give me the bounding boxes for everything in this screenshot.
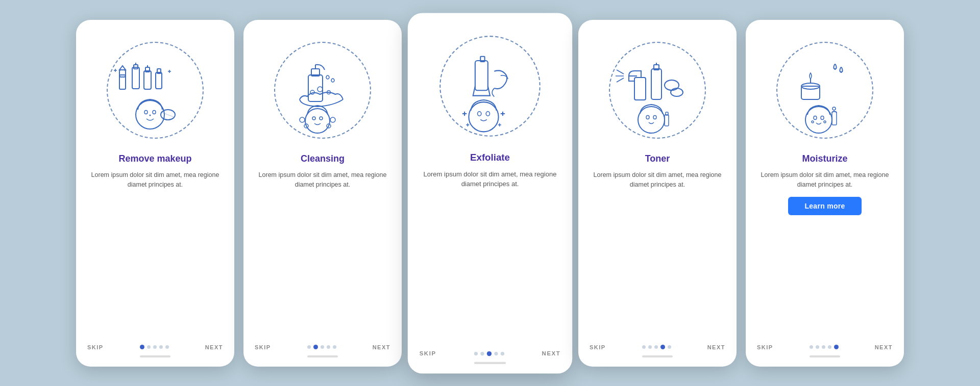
dot-2 — [648, 345, 652, 349]
illustration-cleansing — [266, 34, 379, 146]
screen-2-bottom-nav: SKIP NEXT — [255, 341, 390, 350]
dot-3 — [321, 345, 324, 349]
screen-2-skip[interactable]: SKIP — [255, 344, 271, 350]
screen-1-desc: Lorem ipsum dolor sit dim amet, mea regi… — [87, 170, 223, 190]
screen-remove-makeup: Remove makeup Lorem ipsum dolor sit dim … — [76, 20, 234, 367]
dot-3 — [822, 345, 825, 349]
dot-3 — [654, 345, 658, 349]
screen-5-title: Moisturize — [802, 153, 847, 164]
dot-4 — [660, 345, 665, 349]
screen-1-dots — [140, 345, 169, 349]
screen-4-bottom-nav: SKIP NEXT — [590, 341, 725, 350]
screen-3-title: Exfoliate — [470, 151, 510, 163]
screen-moisturize: Moisturize Lorem ipsum dolor sit dim ame… — [746, 20, 904, 367]
illustration-remove-makeup — [99, 34, 211, 146]
screen-5-next[interactable]: NEXT — [875, 344, 893, 350]
screen-3-bottom-nav: SKIP NEXT — [420, 347, 561, 356]
screen-toner: Toner Lorem ipsum dolor sit dim amet, me… — [578, 20, 737, 367]
dot-5 — [834, 345, 839, 349]
screen-4-dots — [642, 345, 671, 349]
screen-2-dots — [307, 345, 336, 349]
screen-cleansing: Cleansing Lorem ipsum dolor sit dim amet… — [243, 20, 402, 367]
screen-3-next[interactable]: NEXT — [542, 350, 561, 356]
illustration-exfoliate — [432, 28, 549, 144]
dot-4 — [327, 345, 330, 349]
screen-4-next[interactable]: NEXT — [707, 344, 725, 350]
dot-4 — [494, 351, 498, 355]
dashed-circle — [107, 42, 204, 139]
dot-1 — [307, 345, 311, 349]
screen-2-title: Cleansing — [301, 153, 345, 164]
dot-2 — [816, 345, 819, 349]
learn-more-button[interactable]: Learn more — [788, 197, 861, 215]
screen-5-desc: Lorem ipsum dolor sit dim amet, mea regi… — [757, 170, 893, 190]
screen-3-desc: Lorem ipsum dolor sit dim amet, mea regi… — [420, 169, 561, 190]
dot-2 — [147, 345, 151, 349]
dot-5 — [165, 345, 169, 349]
dot-1 — [810, 345, 813, 349]
dot-2 — [480, 351, 484, 355]
bottom-bar-4 — [642, 355, 673, 357]
dashed-circle-3 — [439, 36, 541, 137]
screen-5-bottom-nav: SKIP NEXT — [757, 341, 893, 350]
illustration-toner — [601, 34, 714, 146]
bottom-bar-5 — [810, 355, 840, 357]
screen-4-title: Toner — [645, 153, 670, 164]
dashed-circle-5 — [776, 42, 873, 139]
screens-container: Remove makeup Lorem ipsum dolor sit dim … — [76, 20, 904, 367]
dot-3 — [486, 351, 491, 355]
screen-1-next[interactable]: NEXT — [205, 344, 223, 350]
screen-4-desc: Lorem ipsum dolor sit dim amet, mea regi… — [590, 170, 725, 190]
dot-2 — [313, 345, 318, 349]
screen-4-skip[interactable]: SKIP — [590, 344, 606, 350]
screen-exfoliate: Exfoliate Lorem ipsum dolor sit dim amet… — [408, 13, 572, 373]
screen-5-dots — [810, 345, 839, 349]
dot-4 — [828, 345, 831, 349]
bottom-bar-3 — [474, 362, 506, 364]
dot-5 — [500, 351, 504, 355]
dot-1 — [474, 351, 477, 355]
dot-5 — [333, 345, 336, 349]
dot-3 — [153, 345, 157, 349]
screen-1-bottom-nav: SKIP NEXT — [87, 341, 223, 350]
bottom-bar-1 — [140, 355, 170, 357]
bottom-bar-2 — [307, 355, 338, 357]
dot-1 — [140, 345, 144, 349]
screen-5-skip[interactable]: SKIP — [757, 344, 773, 350]
screen-1-title: Remove makeup — [118, 153, 191, 164]
screen-3-skip[interactable]: SKIP — [420, 350, 436, 356]
screen-1-skip[interactable]: SKIP — [87, 344, 104, 350]
dot-1 — [642, 345, 646, 349]
screen-3-dots — [474, 351, 504, 355]
illustration-moisturize — [769, 34, 881, 146]
screen-2-next[interactable]: NEXT — [373, 344, 390, 350]
dashed-circle-2 — [274, 42, 371, 139]
dot-4 — [159, 345, 163, 349]
screen-2-desc: Lorem ipsum dolor sit dim amet, mea regi… — [255, 170, 390, 190]
dot-5 — [668, 345, 671, 349]
dashed-circle-4 — [609, 42, 706, 139]
